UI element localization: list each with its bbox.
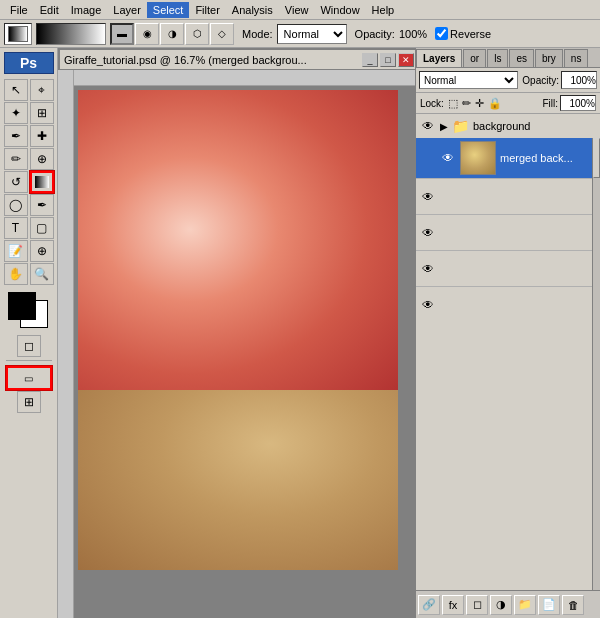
brush-tool[interactable]: ✏: [4, 148, 28, 170]
menu-edit[interactable]: Edit: [34, 2, 65, 18]
gradient-linear-btn[interactable]: ▬: [110, 23, 134, 45]
shape-tool[interactable]: ▢: [30, 217, 54, 239]
extra-btn[interactable]: ⊞: [17, 391, 41, 413]
gradient-tool[interactable]: [30, 171, 54, 193]
panel-tabs: Layers or ls es bry ns: [416, 48, 600, 68]
folder-icon: 📁: [452, 118, 469, 134]
zoom-tool[interactable]: 🔍: [30, 263, 54, 285]
blend-mode-select[interactable]: Normal: [419, 71, 518, 89]
group-expand-icon[interactable]: ▶: [440, 121, 448, 132]
svg-rect-0: [35, 176, 49, 188]
fx-btn[interactable]: fx: [442, 595, 464, 615]
blend-opacity-row: Normal Opacity:: [416, 68, 600, 93]
brush-preview[interactable]: [36, 23, 106, 45]
options-bar: ▬ ◉ ◑ ⬡ ◇ Mode: Normal Opacity: 100% Rev…: [0, 20, 600, 48]
adjustment-btn[interactable]: ◑: [490, 595, 512, 615]
fill-area: Fill:: [542, 95, 596, 111]
tab-es[interactable]: es: [509, 49, 534, 67]
dodge-tool[interactable]: ◯: [4, 194, 28, 216]
canvas-area: [58, 70, 420, 618]
close-btn[interactable]: ✕: [398, 53, 414, 67]
foreground-color[interactable]: [8, 292, 36, 320]
document-window: Giraffe_tutorial.psd @ 16.7% (merged bac…: [58, 48, 420, 618]
history-tool[interactable]: ↺: [4, 171, 28, 193]
scrollbar-thumb[interactable]: [593, 138, 600, 178]
crop-tool[interactable]: ⊞: [30, 102, 54, 124]
document-title-bar: Giraffe_tutorial.psd @ 16.7% (merged bac…: [58, 48, 420, 70]
menu-view[interactable]: View: [279, 2, 315, 18]
tab-layers[interactable]: Layers: [416, 49, 462, 67]
mode-dropdown[interactable]: Normal: [277, 24, 347, 44]
mask-btn[interactable]: ◻: [466, 595, 488, 615]
layer-group-header[interactable]: 👁 ▶ 📁 background: [416, 114, 600, 138]
tab-ns[interactable]: ns: [564, 49, 589, 67]
heal-tool[interactable]: ✚: [30, 125, 54, 147]
view-mode-area: ▭: [2, 366, 55, 390]
clone-tool[interactable]: ⊕: [30, 148, 54, 170]
ps-logo: Ps: [4, 52, 54, 74]
screen-mode-btn[interactable]: ▭: [6, 366, 52, 390]
tool-row-5: ↺: [2, 171, 55, 193]
menu-select[interactable]: Select: [147, 2, 190, 18]
color-selector[interactable]: [6, 290, 52, 330]
tool-row-9: ✋ 🔍: [2, 263, 55, 285]
spacer-eye-3[interactable]: 👁: [420, 261, 436, 277]
layer-eye-icon[interactable]: 👁: [440, 150, 456, 166]
canvas-content[interactable]: [74, 86, 420, 618]
lock-label: Lock:: [420, 98, 444, 109]
hand-tool[interactable]: ✋: [4, 263, 28, 285]
text-tool[interactable]: T: [4, 217, 28, 239]
document-area: Giraffe_tutorial.psd @ 16.7% (merged bac…: [58, 48, 600, 618]
group-btn[interactable]: 📁: [514, 595, 536, 615]
lock-transparent-icon[interactable]: ⬚: [448, 97, 458, 110]
fill-input[interactable]: [560, 95, 596, 111]
document-controls: _ □ ✕: [362, 53, 414, 67]
gradient-radial-btn[interactable]: ◉: [135, 23, 159, 45]
reverse-label: Reverse: [450, 28, 491, 40]
link-layers-btn[interactable]: 🔗: [418, 595, 440, 615]
lock-brush-icon[interactable]: ✏: [462, 97, 471, 110]
delete-layer-btn[interactable]: 🗑: [562, 595, 584, 615]
menu-window[interactable]: Window: [314, 2, 365, 18]
minimize-btn[interactable]: _: [362, 53, 378, 67]
layer-item-merged[interactable]: 👁 merged back...: [416, 138, 600, 178]
layer-spacer-3: 👁: [416, 250, 600, 286]
eyedropper-tool[interactable]: ✒: [4, 125, 28, 147]
new-layer-btn[interactable]: 📄: [538, 595, 560, 615]
menu-help[interactable]: Help: [366, 2, 401, 18]
wand-tool[interactable]: ✦: [4, 102, 28, 124]
measure-tool[interactable]: ⊕: [30, 240, 54, 262]
gradient-diamond-btn[interactable]: ◇: [210, 23, 234, 45]
fill-label: Fill:: [542, 98, 558, 109]
menu-analysis[interactable]: Analysis: [226, 2, 279, 18]
quick-mask-btn[interactable]: ◻: [17, 335, 41, 357]
spacer-eye-2[interactable]: 👁: [420, 225, 436, 241]
reverse-checkbox[interactable]: [435, 27, 448, 40]
lock-all-icon[interactable]: 🔒: [488, 97, 502, 110]
gradient-reflected-btn[interactable]: ⬡: [185, 23, 209, 45]
opacity-label: Opacity:: [522, 75, 559, 86]
menu-file[interactable]: File: [4, 2, 34, 18]
move-tool[interactable]: ↖: [4, 79, 28, 101]
restore-btn[interactable]: □: [380, 53, 396, 67]
spacer-eye-4[interactable]: 👁: [420, 297, 436, 313]
opacity-input[interactable]: [561, 71, 597, 89]
pen-tool[interactable]: ✒: [30, 194, 54, 216]
group-eye-icon[interactable]: 👁: [420, 118, 436, 134]
lasso-tool[interactable]: ⌖: [30, 79, 54, 101]
menu-layer[interactable]: Layer: [107, 2, 147, 18]
ruler-left: [58, 70, 74, 618]
tab-bry[interactable]: bry: [535, 49, 563, 67]
gradient-angle-btn[interactable]: ◑: [160, 23, 184, 45]
note-tool[interactable]: 📝: [4, 240, 28, 262]
menu-image[interactable]: Image: [65, 2, 108, 18]
layer-spacer-2: 👁: [416, 214, 600, 250]
menu-bar: File Edit Image Layer Select Filter Anal…: [0, 0, 600, 20]
panel-scrollbar[interactable]: [592, 138, 600, 590]
tab-channels[interactable]: or: [463, 49, 486, 67]
lock-position-icon[interactable]: ✛: [475, 97, 484, 110]
mode-label: Mode:: [242, 28, 273, 40]
tab-ls[interactable]: ls: [487, 49, 508, 67]
menu-filter[interactable]: Filter: [189, 2, 225, 18]
spacer-eye-1[interactable]: 👁: [420, 189, 436, 205]
